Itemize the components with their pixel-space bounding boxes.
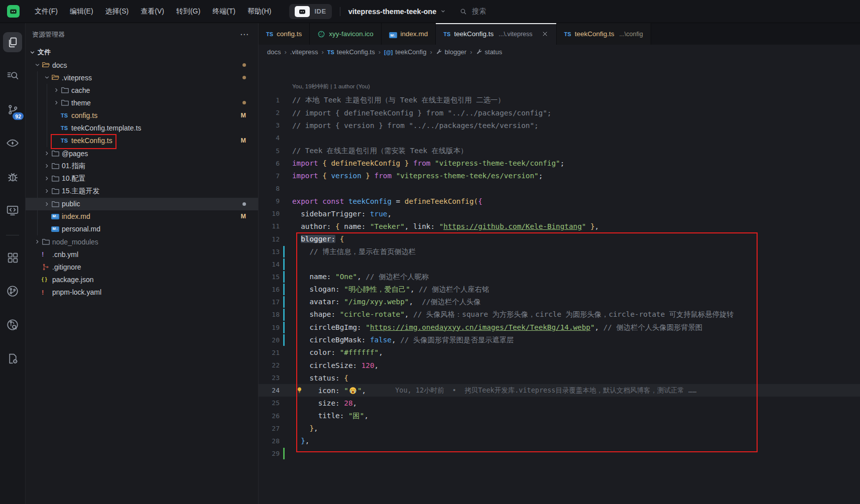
- ide-switcher[interactable]: IDE: [289, 4, 331, 19]
- activity-debug[interactable]: [3, 167, 22, 187]
- breadcrumb-item-teekconfig-symbol[interactable]: [@]teekConfig: [384, 48, 426, 56]
- tree-item-pages[interactable]: @pages: [26, 147, 258, 160]
- code-text: color: "#ffffff",: [292, 348, 383, 356]
- tree-item-label: theme: [71, 99, 91, 107]
- tab-xyy-favicon[interactable]: xyy-favicon.ico: [310, 23, 382, 45]
- breadcrumb-item-status[interactable]: status: [476, 48, 503, 56]
- code-text: circleBgMask: false, // 头像圆形背景图是否显示遮罩层: [292, 335, 514, 345]
- ts-icon: TS: [61, 124, 71, 133]
- search-icon: [459, 8, 467, 16]
- activity-source-control[interactable]: 92: [3, 99, 22, 119]
- code-line-1: 1// 本地 Teek 主题包引用（与 Teek 在线主题包引用 二选一）: [259, 94, 860, 106]
- line-number: 25: [259, 399, 280, 407]
- tree-item-teekconfig-template-ts[interactable]: TSteekConfig.template.ts: [26, 122, 258, 135]
- ts-icon: TS: [327, 48, 334, 56]
- tree-item-package-json[interactable]: { }package.json: [26, 273, 258, 286]
- tab-config-ts[interactable]: TSconfig.ts: [259, 23, 310, 45]
- lightbulb-icon[interactable]: [296, 386, 303, 395]
- menu-terminal[interactable]: 终端(T): [206, 0, 241, 23]
- tree-item-cnb-yml[interactable]: !.cnb.yml: [26, 248, 258, 261]
- tree-item-vitepress[interactable]: .vitepress: [26, 71, 258, 84]
- chevron-right-icon: [43, 187, 51, 195]
- tree-item-config-10[interactable]: 10.配置: [26, 172, 258, 185]
- section-files[interactable]: 文件: [26, 46, 258, 59]
- tree-item-theme[interactable]: theme: [26, 96, 258, 109]
- menu-view[interactable]: 查看(V): [135, 0, 170, 23]
- line-number: 1: [259, 96, 280, 104]
- line-number: 8: [259, 185, 280, 192]
- tree-item-personal-md[interactable]: M↓personal.md: [26, 223, 258, 235]
- tree-item-cache[interactable]: cache: [26, 84, 258, 96]
- breadcrumb-item-vitepress[interactable]: .vitepress: [290, 48, 318, 56]
- git-badge: M: [241, 137, 246, 144]
- line-number: 10: [259, 210, 280, 217]
- bug-icon: [7, 171, 19, 183]
- menu-goto[interactable]: 转到(G): [170, 0, 206, 23]
- breadcrumb-label: teekConfig: [395, 48, 426, 56]
- tree-item-docs[interactable]: docs: [26, 59, 258, 71]
- menu-selection[interactable]: 选择(S): [99, 0, 135, 23]
- tree-item-label: index.md: [62, 212, 90, 220]
- code-text: },: [292, 424, 318, 432]
- tree-item-pnpm-lock[interactable]: !pnpm-lock.yaml: [26, 286, 258, 299]
- tab-index-md[interactable]: M↓index.md: [382, 23, 436, 45]
- project-switcher[interactable]: vitepress-theme-teek-one: [348, 8, 447, 16]
- menu-help[interactable]: 帮助(H): [241, 0, 277, 23]
- global-search[interactable]: 搜索: [459, 7, 486, 16]
- tree-item-node-modules[interactable]: node_modules: [26, 235, 258, 248]
- close-icon[interactable]: [541, 30, 549, 38]
- breadcrumb-item-teekconfig-file[interactable]: TSteekConfig.ts: [327, 48, 375, 56]
- menu-edit[interactable]: 编辑(E): [64, 0, 99, 23]
- tree-item-guide-01[interactable]: 01.指南: [26, 160, 258, 172]
- folder-icon: [51, 174, 62, 183]
- tree-item-gitignore[interactable]: .gitignore: [26, 261, 258, 273]
- activity-remote-window[interactable]: [3, 200, 22, 220]
- tree-item-label: 15.主题开发: [62, 187, 99, 196]
- menu-bar: 文件(F)编辑(E)选择(S)查看(V)转到(G)终端(T)帮助(H): [29, 0, 277, 23]
- git-badge: [242, 101, 246, 104]
- git-badge: [242, 63, 246, 67]
- activity-extensions[interactable]: [3, 247, 22, 268]
- app-logo-icon: [7, 5, 20, 18]
- chevron-spacer: [33, 288, 42, 296]
- code-editor[interactable]: You, 19秒钟前 | 1 author (You) 1// 本地 Teek …: [259, 59, 860, 504]
- menu-file[interactable]: 文件(F): [29, 0, 64, 23]
- activity-explorer[interactable]: [3, 32, 22, 52]
- activity-code-settings[interactable]: [3, 348, 22, 368]
- git-gutter-add: [283, 448, 285, 459]
- breadcrumb-item-docs[interactable]: docs: [267, 48, 281, 56]
- tab-teekconfig-ts-config[interactable]: TSteekConfig.ts...\config: [557, 23, 651, 45]
- search-icon: [7, 70, 19, 82]
- files-icon: [7, 36, 19, 49]
- folder-icon: [61, 98, 71, 107]
- breadcrumb-label: status: [485, 48, 503, 56]
- folder-icon: [51, 149, 62, 158]
- breadcrumb-separator: ›: [379, 48, 381, 56]
- tree-item-label: .cnb.yml: [52, 250, 78, 259]
- more-actions-icon[interactable]: ⋯: [240, 29, 249, 40]
- tab-teekconfig-ts-vitepress[interactable]: TSteekConfig.ts...\.vitepress: [436, 23, 556, 45]
- fileGear-icon: [7, 352, 19, 365]
- tree-item-config-ts[interactable]: TSconfig.tsM: [26, 109, 258, 122]
- folder-icon: [51, 187, 62, 195]
- tree-item-public[interactable]: public: [26, 198, 258, 210]
- exclP-icon: !: [42, 250, 52, 259]
- activity-preview-eye[interactable]: [3, 133, 22, 153]
- activity-git-inspect[interactable]: [3, 315, 22, 335]
- activity-search[interactable]: [3, 66, 22, 86]
- tree-item-theme-dev-15[interactable]: 15.主题开发: [26, 185, 258, 197]
- code-text: title: "困",: [292, 411, 368, 421]
- code-line-11: 11 author: { name: "Teeker", link: "http…: [259, 220, 860, 232]
- code-line-21: 21 color: "#ffffff",: [259, 346, 860, 359]
- chevron-right-icon: [43, 150, 51, 158]
- inline-blame: You, 12小时前 • 拷贝Teek开发库.vitepress目录覆盖本地，默…: [395, 386, 696, 395]
- line-number: 23: [259, 374, 280, 382]
- tree-item-label: node_modules: [52, 238, 98, 246]
- tree-item-teekconfig-ts[interactable]: TSteekConfig.tsM: [26, 135, 258, 147]
- chevron-right-icon: [52, 99, 61, 107]
- activity-git-tool[interactable]: [3, 281, 22, 301]
- breadcrumb-item-blogger[interactable]: blogger: [436, 48, 466, 56]
- git-icon: [42, 263, 52, 271]
- tree-item-label: docs: [52, 61, 67, 69]
- tree-item-index-md[interactable]: M↓index.mdM: [26, 210, 258, 223]
